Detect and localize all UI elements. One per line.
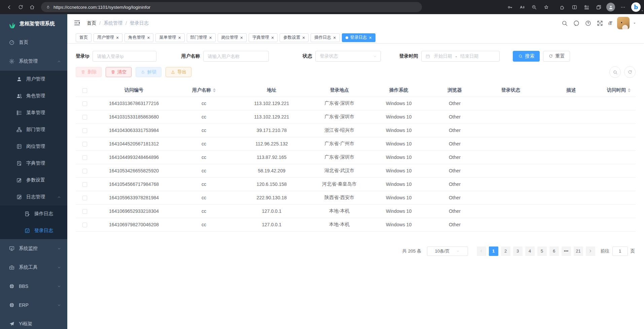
sidebar-item-菜单管理[interactable]: 菜单管理 [0,104,67,121]
sidebar-item-登录日志[interactable]: 登录日志 [0,222,67,239]
close-icon[interactable]: × [209,35,212,40]
more-icon[interactable] [617,1,629,13]
sidebar-item-ERP[interactable]: ERP [0,296,67,315]
more-pages-button[interactable]: ••• [562,246,571,256]
search-button[interactable]: 搜索 [513,51,540,62]
tab-参数设置[interactable]: 参数设置× [280,33,309,42]
tab-菜单管理[interactable]: 菜单管理× [155,33,184,42]
breadcrumb-item-登录日志[interactable]: 登录日志 [130,20,149,26]
favorites-bar-icon[interactable] [581,1,592,13]
read-aloud-icon[interactable] [516,1,528,13]
close-icon[interactable]: × [302,35,305,40]
export-button[interactable]: 导出 [166,67,191,77]
username-input[interactable] [203,51,269,62]
page-button-1[interactable]: 1 [489,246,498,256]
refresh-table-button[interactable] [624,66,636,78]
close-icon[interactable]: × [333,35,336,40]
favorites-icon[interactable] [540,1,552,13]
row-checkbox[interactable] [82,196,87,200]
row-checkbox[interactable] [82,182,87,187]
address-bar[interactable]: https://ccnetcore.com:1101/system/log/lo… [41,2,422,12]
row-checkbox[interactable] [82,128,87,133]
page-button-3[interactable]: 3 [513,246,523,256]
tab-用户管理[interactable]: 用户管理× [94,33,122,42]
row-checkbox[interactable] [82,101,87,106]
caret-down-icon[interactable] [633,21,637,25]
font-size-icon[interactable]: tT [608,20,612,26]
breadcrumb-item-系统管理[interactable]: 系统管理 [104,20,122,26]
sort-carets-icon[interactable] [628,87,631,94]
extensions-icon[interactable] [557,1,568,13]
sidebar-item-部门管理[interactable]: 部门管理 [0,121,67,138]
unlock-button[interactable]: 解锁 [136,67,162,77]
page-button-6[interactable]: 6 [549,246,559,256]
sidebar-item-日志管理[interactable]: 日志管理 [0,189,67,205]
sidebar-item-参数设置[interactable]: 参数设置 [0,172,67,189]
close-icon[interactable]: × [240,35,243,40]
home-icon[interactable] [26,1,38,13]
row-checkbox[interactable] [82,115,87,120]
sidebar-item-岗位管理[interactable]: 岗位管理 [0,138,67,155]
page-button-2[interactable]: 2 [501,246,510,256]
row-checkbox[interactable] [82,209,87,214]
page-size-select[interactable]: 10条/页 [427,246,468,256]
tab-操作日志[interactable]: 操作日志× [311,33,339,42]
status-select[interactable]: 登录状态 [315,51,381,62]
sidebar-item-Yi框架[interactable]: Yi框架 [0,315,67,329]
tab-字典管理[interactable]: 字典管理× [249,33,278,42]
tab-岗位管理[interactable]: 岗位管理× [218,33,247,42]
sidebar-fold-icon[interactable] [73,19,81,27]
user-avatar[interactable] [617,17,630,29]
column-header-用户名称[interactable]: 用户名称 [174,84,234,97]
prev-page-button[interactable] [477,246,486,256]
sidebar-item-系统管理[interactable]: 系统管理 [0,52,67,71]
copilot-icon[interactable]: b [631,2,641,12]
reload-icon[interactable] [15,1,26,13]
close-icon[interactable]: × [271,35,274,40]
sidebar-item-字典管理[interactable]: 字典管理 [0,155,67,172]
sidebar-item-BBS[interactable]: BBS [0,277,67,296]
column-header-访问时间[interactable]: 访问时间 [602,84,636,97]
next-page-button[interactable] [586,246,595,256]
sidebar-item-系统监控[interactable]: 系统监控 [0,239,67,258]
row-checkbox[interactable] [82,142,87,146]
delete-button[interactable]: 删除 [76,67,102,77]
select-all-checkbox[interactable] [82,88,87,93]
breadcrumb-item-首页[interactable]: 首页 [87,20,96,26]
zoom-icon[interactable] [528,1,540,13]
login-ip-input[interactable] [93,51,156,62]
date-range-picker[interactable]: 开始日期 - 结束日期 [421,51,500,62]
reset-button[interactable]: 重置 [543,51,570,62]
back-icon[interactable] [3,1,15,13]
close-icon[interactable]: × [369,35,372,40]
sidebar-item-系统工具[interactable]: 系统工具 [0,258,67,277]
close-icon[interactable]: × [178,35,181,40]
tab-部门管理[interactable]: 部门管理× [187,33,216,42]
key-icon[interactable] [504,1,515,13]
goto-page-input[interactable] [612,246,628,256]
tab-登录日志[interactable]: 登录日志× [342,33,375,42]
tab-角色管理[interactable]: 角色管理× [124,33,153,42]
page-button-21[interactable]: 21 [574,246,583,256]
toggle-search-button[interactable] [609,66,621,78]
row-checkbox[interactable] [82,169,87,173]
github-icon[interactable] [573,20,580,27]
clear-button[interactable]: 清空 [106,67,132,77]
row-checkbox[interactable] [82,223,87,227]
sidebar-item-角色管理[interactable]: 角色管理 [0,88,67,104]
sidebar-item-首页[interactable]: 首页 [0,33,67,52]
split-screen-icon[interactable] [569,1,580,13]
profile-icon[interactable] [605,1,616,13]
page-button-5[interactable]: 5 [537,246,547,256]
collections-icon[interactable] [593,1,604,13]
search-icon[interactable] [561,20,568,27]
row-checkbox[interactable] [82,155,87,160]
sort-carets-icon[interactable] [213,87,216,94]
close-icon[interactable]: × [116,35,119,40]
question-icon[interactable] [585,20,592,27]
sidebar-item-用户管理[interactable]: 用户管理 [0,71,67,88]
page-button-4[interactable]: 4 [525,246,535,256]
sidebar-item-操作日志[interactable]: 操作日志 [0,205,67,222]
close-icon[interactable]: × [147,35,150,40]
tab-首页[interactable]: 首页 [76,33,92,42]
